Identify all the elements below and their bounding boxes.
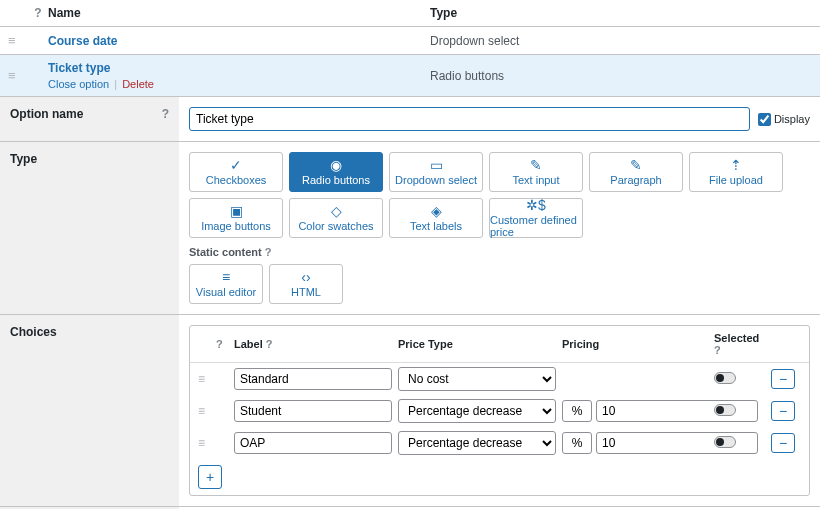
help-icon[interactable]: ? [714,344,721,356]
static-content-label: Static content [189,246,262,258]
help-icon[interactable]: ? [266,338,273,350]
type-tile-image-buttons[interactable]: ▣Image buttons [189,198,283,238]
option-name-input[interactable] [189,107,750,131]
option-type-cell: Radio buttons [430,69,812,83]
help-icon[interactable]: ? [162,107,169,121]
drag-handle-icon[interactable]: ≡ [198,436,210,450]
dropdown-icon: ▭ [430,158,443,172]
option-type-cell: Dropdown select [430,34,812,48]
delete-option-link[interactable]: Delete [122,78,154,90]
choice-pricetype-select[interactable]: Percentage decrease [398,399,556,423]
type-grid: ✓Checkboxes ◉Radio buttons ▭Dropdown sel… [189,152,810,238]
choice-row: ≡ No cost − [190,363,809,395]
image-icon: ▣ [230,204,243,218]
checkbox-icon: ✓ [230,158,242,172]
static-tile-visual-editor[interactable]: ≡Visual editor [189,264,263,304]
type-tile-radio-buttons[interactable]: ◉Radio buttons [289,152,383,192]
type-tile-customer-price[interactable]: ✲$Customer defined price [489,198,583,238]
options-table-header: ? Name Type [0,0,820,27]
drag-handle-icon[interactable]: ≡ [8,68,28,83]
choice-row: ≡ Percentage decrease − [190,395,809,427]
upload-icon: ⇡ [730,158,742,172]
display-label: Display [774,113,810,125]
display-checkbox-wrapper[interactable]: Display [758,113,810,126]
help-icon[interactable]: ? [265,246,272,258]
help-icon[interactable]: ? [28,6,48,20]
choice-label-input[interactable] [234,400,392,422]
text-input-icon: ✎ [530,158,542,172]
html-icon: ‹› [301,270,310,284]
type-tile-dropdown-select[interactable]: ▭Dropdown select [389,152,483,192]
price-icon: ✲$ [526,198,546,212]
choice-label-input[interactable] [234,432,392,454]
type-tile-checkboxes[interactable]: ✓Checkboxes [189,152,283,192]
type-tile-paragraph[interactable]: ✎Paragraph [589,152,683,192]
label-choices: Choices [10,325,57,339]
label-icon: ◈ [431,204,442,218]
selected-toggle[interactable] [714,372,736,384]
selected-toggle[interactable] [714,404,736,416]
selected-toggle[interactable] [714,436,736,448]
swatch-icon: ◇ [331,204,342,218]
radio-icon: ◉ [330,158,342,172]
choice-label-input[interactable] [234,368,392,390]
option-row-course-date[interactable]: ≡ Course date Dropdown select [0,27,820,55]
choice-pricetype-select[interactable]: No cost [398,367,556,391]
choice-unit-input[interactable] [562,400,592,422]
paragraph-icon: ✎ [630,158,642,172]
remove-choice-button[interactable]: − [771,369,795,389]
add-choice-button[interactable]: + [198,465,222,489]
remove-choice-button[interactable]: − [771,401,795,421]
option-link-ticket-type[interactable]: Ticket type [48,61,110,75]
option-row-ticket-type[interactable]: ≡ Ticket type Close option | Delete Radi… [0,55,820,97]
static-tile-html[interactable]: ‹›HTML [269,264,343,304]
type-tile-text-input[interactable]: ✎Text input [489,152,583,192]
choices-table: ? Label ? Price Type Pricing Selected ? … [189,325,810,496]
drag-handle-icon[interactable]: ≡ [198,404,210,418]
remove-choice-button[interactable]: − [771,433,795,453]
display-checkbox[interactable] [758,113,771,126]
option-link-course-date[interactable]: Course date [48,34,117,48]
choice-row: ≡ Percentage decrease − [190,427,809,459]
drag-handle-icon[interactable]: ≡ [198,372,210,386]
help-icon[interactable]: ? [216,338,228,350]
drag-handle-icon[interactable]: ≡ [8,33,28,48]
label-option-name: Option name [10,107,83,121]
type-tile-file-upload[interactable]: ⇡File upload [689,152,783,192]
visual-editor-icon: ≡ [222,270,230,284]
choice-pricetype-select[interactable]: Percentage decrease [398,431,556,455]
label-type: Type [10,152,37,166]
col-name-header: Name [48,6,430,20]
type-tile-text-labels[interactable]: ◈Text labels [389,198,483,238]
close-option-link[interactable]: Close option [48,78,109,90]
col-type-header: Type [430,6,812,20]
choice-unit-input[interactable] [562,432,592,454]
type-tile-color-swatches[interactable]: ◇Color swatches [289,198,383,238]
